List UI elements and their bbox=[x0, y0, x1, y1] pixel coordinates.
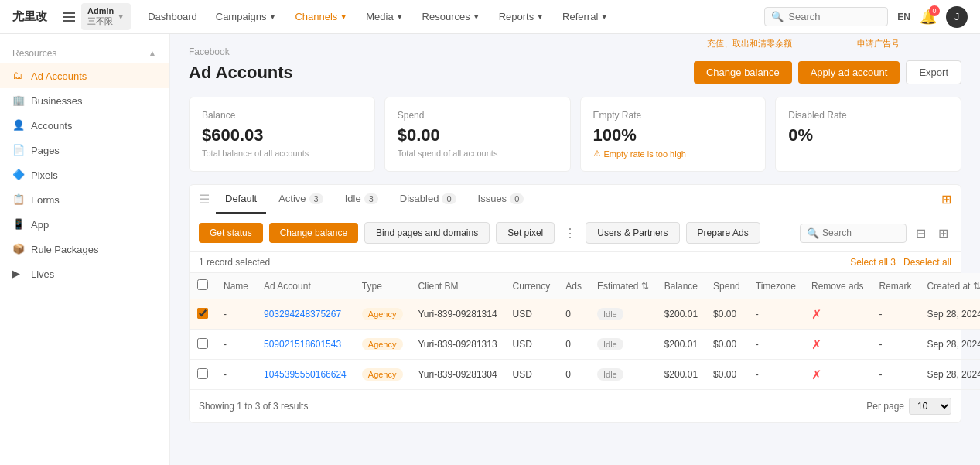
cell-name: - bbox=[216, 360, 256, 390]
cell-balance: $200.01 bbox=[657, 360, 705, 390]
sidebar-section: Resources ▲ bbox=[0, 43, 169, 63]
tab-issues[interactable]: Issues0 bbox=[469, 185, 534, 214]
select-all-checkbox[interactable] bbox=[197, 279, 208, 290]
change-balance-wrapper: 充值、取出和清零余额 Change balance bbox=[694, 61, 792, 84]
tab-issues-badge: 0 bbox=[510, 193, 524, 204]
sidebar-collapse-icon[interactable]: ▲ bbox=[148, 48, 157, 59]
warning-icon: ⚠ bbox=[593, 149, 601, 159]
nav-channels[interactable]: Channels▼ bbox=[287, 8, 355, 26]
sidebar-item-label: Accounts bbox=[31, 120, 72, 132]
sidebar-item-forms[interactable]: 📋 Forms bbox=[0, 187, 169, 212]
nav-resources[interactable]: Resources▼ bbox=[415, 8, 488, 26]
nav-media[interactable]: Media▼ bbox=[358, 8, 411, 26]
toolbar-change-balance-button[interactable]: Change balance bbox=[269, 223, 358, 243]
table-search-input[interactable] bbox=[822, 227, 900, 238]
admin-name: Admin bbox=[87, 6, 114, 15]
stat-warning-empty-rate: ⚠ Empty rate is too high bbox=[593, 149, 753, 159]
row-checkbox[interactable] bbox=[197, 338, 208, 349]
global-search[interactable]: 🔍 bbox=[764, 7, 888, 26]
chevron-down-icon: ▼ bbox=[473, 12, 480, 21]
stat-value-empty-rate: 100% bbox=[593, 125, 753, 145]
sidebar-item-businesses[interactable]: 🏢 Businesses bbox=[0, 88, 169, 113]
export-button[interactable]: Export bbox=[906, 60, 961, 84]
sidebar-item-label: Businesses bbox=[31, 95, 82, 107]
table-search[interactable]: 🔍 bbox=[800, 224, 907, 243]
sidebar-item-pixels[interactable]: 🔷 Pixels bbox=[0, 162, 169, 187]
remove-ads-icon[interactable]: ✗ bbox=[811, 338, 821, 351]
tabs-row: ☰ Default Active3 Idle3 Disabled0 Issues… bbox=[190, 185, 961, 214]
prepare-ads-button[interactable]: Prepare Ads bbox=[686, 222, 760, 244]
main-content: Facebook Ad Accounts 充值、取出和清零余额 Change b… bbox=[170, 34, 980, 465]
account-link[interactable]: 509021518601543 bbox=[264, 339, 341, 350]
get-status-button[interactable]: Get status bbox=[199, 223, 263, 243]
type-badge: Agency bbox=[362, 308, 403, 320]
select-all-link[interactable]: Select all 3 bbox=[850, 257, 896, 268]
sidebar-item-app[interactable]: 📱 App bbox=[0, 212, 169, 237]
hamburger-icon[interactable] bbox=[60, 9, 78, 25]
tab-menu-icon[interactable]: ☰ bbox=[199, 192, 210, 207]
remove-ads-icon[interactable]: ✗ bbox=[811, 368, 821, 381]
cell-created-at: Sep 28, 2024 21:15:42 bbox=[919, 299, 980, 330]
nav-dashboard[interactable]: Dashboard bbox=[140, 8, 205, 26]
col-spend: Spend bbox=[705, 273, 748, 299]
admin-menu[interactable]: Admin 三不限 ▼ bbox=[81, 3, 131, 30]
avatar[interactable]: J bbox=[946, 6, 968, 28]
more-actions-icon[interactable]: ⋮ bbox=[561, 226, 579, 241]
layout: Resources ▲ 🗂 Ad Accounts 🏢 Businesses 👤… bbox=[0, 34, 980, 465]
stat-label-disabled-rate: Disabled Rate bbox=[788, 110, 948, 121]
bind-pages-button[interactable]: Bind pages and domains bbox=[364, 222, 490, 244]
sidebar-item-lives[interactable]: ▶ Lives bbox=[0, 262, 169, 286]
change-balance-button[interactable]: Change balance bbox=[694, 61, 792, 84]
cell-client-bm: Yuri-839-09281304 bbox=[411, 360, 505, 390]
cell-type: Agency bbox=[354, 360, 411, 390]
toolbar: Get status Change balance Bind pages and… bbox=[190, 214, 961, 252]
admin-sub: 三不限 bbox=[87, 15, 114, 27]
col-currency: Currency bbox=[505, 273, 558, 299]
nav-campaigns[interactable]: Campaigns▼ bbox=[208, 8, 285, 26]
tab-active[interactable]: Active3 bbox=[269, 185, 333, 214]
notification-button[interactable]: 🔔 0 bbox=[920, 9, 937, 26]
nav-referral[interactable]: Referral▼ bbox=[555, 8, 616, 26]
tab-idle[interactable]: Idle3 bbox=[336, 185, 388, 214]
tab-default[interactable]: Default bbox=[216, 185, 266, 214]
columns-icon[interactable]: ⊞ bbox=[935, 224, 951, 242]
cell-client-bm: Yuri-839-09281314 bbox=[411, 299, 505, 330]
row-checkbox[interactable] bbox=[197, 368, 208, 379]
filter-icon[interactable]: ⊟ bbox=[913, 224, 929, 242]
row-checkbox[interactable] bbox=[197, 308, 208, 319]
status-badge: Idle bbox=[597, 338, 623, 350]
sidebar-item-label: Ad Accounts bbox=[31, 70, 87, 82]
record-info: 1 record selected Select all 3 Deselect … bbox=[190, 252, 961, 273]
apply-account-button[interactable]: Apply ad account bbox=[798, 61, 900, 84]
per-page-label: Per page bbox=[866, 401, 904, 412]
set-pixel-button[interactable]: Set pixel bbox=[496, 222, 555, 244]
nav-reports[interactable]: Reports▼ bbox=[491, 8, 551, 26]
account-link[interactable]: 1045395550166624 bbox=[264, 369, 347, 380]
sidebar: Resources ▲ 🗂 Ad Accounts 🏢 Businesses 👤… bbox=[0, 34, 170, 465]
column-settings-icon[interactable]: ⊞ bbox=[941, 192, 951, 207]
pixels-icon: 🔷 bbox=[12, 169, 25, 181]
deselect-all-link[interactable]: Deselect all bbox=[903, 257, 951, 268]
col-created-at: Created at ⇅ bbox=[919, 273, 980, 299]
per-page-select[interactable]: 10 20 50 100 bbox=[909, 398, 951, 415]
cell-currency: USD bbox=[505, 360, 558, 390]
col-remark: Remark bbox=[871, 273, 919, 299]
sidebar-section-label: Resources bbox=[12, 48, 56, 59]
tab-disabled[interactable]: Disabled0 bbox=[391, 185, 466, 214]
toolbar-right: 🔍 ⊟ ⊞ bbox=[800, 224, 951, 243]
remove-ads-icon[interactable]: ✗ bbox=[811, 308, 821, 321]
sidebar-item-ad-accounts[interactable]: 🗂 Ad Accounts bbox=[0, 63, 169, 88]
showing-text: Showing 1 to 3 of 3 results bbox=[199, 401, 308, 412]
col-type: Type bbox=[354, 273, 411, 299]
search-input[interactable] bbox=[788, 11, 881, 22]
sidebar-item-pages[interactable]: 📄 Pages bbox=[0, 138, 169, 162]
users-partners-button[interactable]: Users & Partners bbox=[586, 222, 679, 244]
sidebar-item-rule-packages[interactable]: 📦 Rule Packages bbox=[0, 237, 169, 262]
sidebar-item-accounts[interactable]: 👤 Accounts bbox=[0, 113, 169, 138]
account-link[interactable]: 903294248375267 bbox=[264, 309, 341, 320]
cell-ad-account: 509021518601543 bbox=[256, 330, 354, 360]
stat-sub-balance: Total balance of all accounts bbox=[202, 149, 362, 158]
sidebar-item-label: Pages bbox=[31, 145, 60, 156]
stat-label-spend: Spend bbox=[398, 110, 558, 121]
language-button[interactable]: EN bbox=[897, 12, 910, 22]
